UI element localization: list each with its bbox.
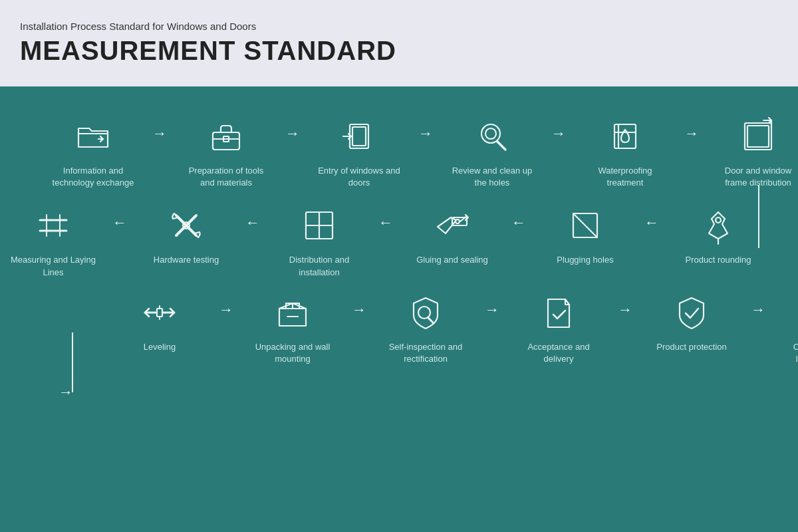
main-content: Information and technology exchange → Pr… (0, 86, 798, 532)
svg-point-9 (485, 128, 496, 139)
svg-line-41 (428, 318, 434, 323)
measuring-icon (30, 202, 76, 249)
step-info-exchange-label: Information and technology exchange (50, 165, 136, 189)
step-plugging-label: Plugging holes (557, 254, 613, 266)
svg-point-40 (418, 307, 430, 319)
hardware-icon (163, 202, 209, 249)
arrow-r5: ← (106, 214, 133, 231)
arrow-3r3: → (479, 301, 505, 319)
arrow-r3: ← (372, 214, 399, 231)
step-prep-tools-label: Preparation of tools and materials (183, 165, 269, 189)
protection-icon (668, 289, 715, 336)
header: Installation Process Standard for Window… (0, 0, 798, 86)
step-waterproofing-label: Waterproofing treatment (582, 165, 668, 189)
step-cleanup-label: Cleaning up and leaving the site (781, 341, 798, 365)
process-row-2: Product rounding ← Plugging holes ← (40, 202, 771, 278)
step-dist-install: Distribution and installation (266, 202, 372, 278)
arrow-r1: ← (638, 214, 665, 231)
step-waterproofing: Waterproofing treatment (572, 113, 678, 189)
left-arrow-row3: → (59, 384, 73, 401)
gluing-icon (429, 202, 475, 249)
step-unpacking-label: Unpacking and wall mounting (249, 341, 336, 365)
door-entry-icon (336, 113, 382, 160)
arrow-3r2: → (346, 301, 372, 319)
arrow-r2: ← (505, 214, 532, 231)
step-entry-windows: Entry of windows and doors (306, 113, 412, 189)
step-gluing-label: Gluing and sealing (416, 254, 488, 266)
step-rounding-label: Product rounding (685, 254, 751, 266)
header-subtitle: Installation Process Standard for Window… (20, 21, 778, 32)
rounding-icon (695, 202, 741, 249)
arrow-1: → (146, 125, 173, 142)
step-hardware: Hardware testing (133, 202, 239, 266)
unpacking-icon (269, 289, 316, 336)
search-hole-icon (469, 113, 515, 160)
header-title: MEASUREMENT STANDARD (20, 36, 778, 66)
arrow-3r4: → (612, 301, 638, 319)
step-review-holes-label: Review and clean up the holes (449, 165, 535, 189)
step-frame-dist-label: Door and window frame distribution (715, 165, 798, 189)
process-row-1: Information and technology exchange → Pr… (40, 113, 771, 189)
arrow-3r1: → (213, 301, 239, 319)
acceptance-icon (535, 289, 582, 336)
svg-rect-10 (614, 124, 636, 148)
step-self-inspect: Self-inspection and rectification (372, 289, 479, 365)
step-unpacking: Unpacking and wall mounting (239, 289, 346, 365)
svg-rect-36 (157, 309, 162, 317)
step-leveling-label: Leveling (144, 341, 176, 353)
step-protection: Product protection (638, 289, 745, 353)
svg-rect-13 (745, 123, 771, 150)
step-rounding: Product rounding (665, 202, 771, 266)
process-row-3: Leveling → Unpacking and wall mounting → (106, 289, 771, 365)
step-plugging: Plugging holes (532, 202, 638, 266)
step-protection-label: Product protection (656, 341, 727, 353)
step-leveling: Leveling (106, 289, 213, 353)
svg-line-8 (497, 142, 505, 150)
step-hardware-label: Hardware testing (154, 254, 219, 266)
step-self-inspect-label: Self-inspection and rectification (382, 341, 469, 365)
arrow-4: → (545, 125, 572, 142)
step-entry-windows-label: Entry of windows and doors (316, 165, 402, 189)
arrow-r4: ← (239, 214, 266, 231)
frame-dist-icon (735, 113, 781, 160)
step-acceptance-label: Acceptance and delivery (515, 341, 602, 365)
dist-install-icon (296, 202, 342, 249)
svg-point-23 (456, 219, 460, 223)
step-gluing: Gluing and sealing (399, 202, 505, 266)
step-cleanup: Cleaning up and leaving the site (771, 289, 798, 365)
arrow-2: → (279, 125, 306, 142)
svg-point-17 (716, 217, 721, 223)
step-info-exchange: Information and technology exchange (40, 113, 146, 189)
step-measuring-label: Measuring and Laying Lines (10, 254, 96, 278)
step-measuring: Measuring and Laying Lines (0, 202, 106, 278)
svg-line-20 (573, 213, 597, 237)
plugging-icon (562, 202, 608, 249)
step-frame-dist: Door and window frame distribution (705, 113, 798, 189)
step-acceptance: Acceptance and delivery (505, 289, 612, 365)
folder-icon (70, 113, 116, 160)
svg-rect-5 (352, 127, 366, 146)
arrow-5: → (678, 125, 705, 142)
arrow-3: → (412, 125, 439, 142)
svg-point-7 (481, 124, 500, 143)
step-dist-install-label: Distribution and installation (276, 254, 362, 278)
self-inspect-icon (402, 289, 449, 336)
arrow-3r5: → (745, 301, 771, 319)
step-prep-tools: Preparation of tools and materials (173, 113, 279, 189)
waterproof-icon (602, 113, 648, 160)
step-review-holes: Review and clean up the holes (439, 113, 545, 189)
leveling-icon (136, 289, 183, 336)
toolbox-icon (203, 113, 249, 160)
svg-rect-14 (747, 126, 769, 147)
